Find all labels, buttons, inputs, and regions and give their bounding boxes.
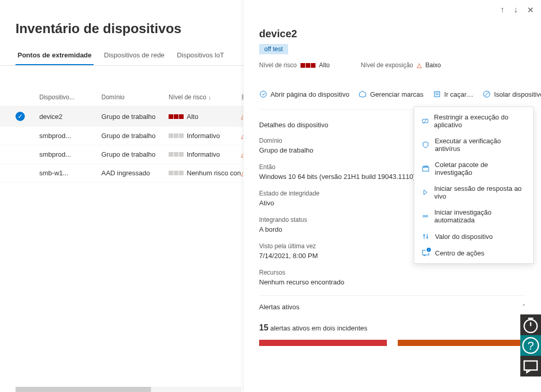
open-device-page-button[interactable]: Abrir página do dispositivo — [259, 90, 349, 98]
menu-auto-investigation[interactable]: Iniciar investigação automatizada — [414, 204, 533, 228]
alerts-summary: 15 alertas ativos em dois incidentes — [259, 323, 525, 333]
risk-level-block: Nível de risco Alto — [259, 62, 329, 69]
go-hunt-button[interactable]: Ir caçar… — [433, 90, 473, 98]
svg-point-12 — [423, 215, 425, 217]
menu-run-av-scan[interactable]: Executar a verificação antivírus — [414, 133, 533, 157]
isolate-icon — [483, 90, 491, 98]
isolate-device-button[interactable]: Isolar dispositivo — [483, 90, 541, 98]
menu-restrict-app[interactable]: Restringir a execução do aplicativo — [414, 109, 533, 133]
cell-domain: Grupo de trabalho — [101, 132, 169, 140]
hunt-icon — [433, 90, 441, 98]
chevron-up-icon: ˄ — [522, 304, 525, 310]
svg-rect-10 — [423, 167, 429, 171]
horizontal-scrollbar[interactable] — [16, 387, 241, 392]
manage-tags-button[interactable]: Gerenciar marcas — [358, 90, 423, 98]
svg-line-7 — [485, 92, 489, 96]
menu-device-value[interactable]: Valor do dispositivo — [414, 228, 533, 245]
menu-action-center[interactable]: ! Centro de ações — [414, 245, 533, 261]
menu-collect-package[interactable]: Coletar pacote de investigação — [414, 157, 533, 180]
svg-rect-21 — [524, 361, 537, 370]
collect-icon — [422, 164, 430, 173]
cell-domain: Grupo de trabalho — [101, 150, 169, 158]
dock-feedback-button[interactable] — [520, 356, 541, 376]
col-device[interactable]: Dispositivo... — [39, 94, 101, 101]
notification-badge-icon: ! — [426, 247, 432, 253]
play-icon — [422, 188, 429, 197]
cell-device: smb-w1... — [39, 169, 101, 177]
col-domain[interactable]: Domínio — [101, 94, 169, 101]
exposure-level-block: Nível de exposição △ Baixo — [360, 62, 441, 69]
cell-risk: Nenhum risco conhecido — [169, 169, 241, 177]
panel-prev-icon[interactable]: ↑ — [500, 5, 504, 15]
open-icon — [259, 90, 267, 98]
device-actions-menu: Restringir a execução do aplicativo Exec… — [414, 107, 534, 264]
dock-timer-button[interactable] — [520, 314, 541, 335]
cell-device: device2 — [39, 113, 101, 120]
svg-rect-3 — [434, 92, 440, 97]
tab-endpoints[interactable]: Pontos de extremidade — [16, 47, 94, 65]
active-alerts-header[interactable]: Alertas ativos ˄ — [259, 295, 525, 318]
panel-close-icon[interactable]: ✕ — [527, 5, 534, 15]
device-title: device2 — [259, 28, 525, 40]
help-dock: ? — [520, 314, 541, 376]
shield-icon — [422, 141, 430, 149]
cell-device: smbprod... — [39, 150, 101, 158]
detail-resources: Recursos Nenhum recurso encontrado — [259, 269, 525, 286]
value-icon — [422, 232, 430, 240]
cell-risk: Informativo — [169, 132, 241, 140]
svg-point-2 — [260, 91, 266, 97]
action-bar: Abrir página do dispositivo Gerenciar ma… — [259, 81, 525, 110]
automation-icon — [422, 212, 429, 220]
device-detail-panel: ↑ ↓ ✕ device2 off test Nível de risco Al… — [243, 0, 541, 392]
tab-network-devices[interactable]: Dispositivos de rede — [102, 47, 167, 65]
svg-rect-11 — [424, 166, 428, 167]
cell-device: smbprod... — [39, 132, 101, 140]
cell-domain: AAD ingressado — [101, 169, 169, 177]
cell-risk: Alto — [169, 113, 241, 120]
col-risk[interactable]: Nível de risco↓ — [169, 94, 241, 101]
panel-nav: ↑ ↓ ✕ — [500, 5, 534, 15]
tag-icon — [358, 90, 367, 98]
tab-iot-devices[interactable]: Dispositivos loT — [175, 47, 226, 65]
panel-next-icon[interactable]: ↓ — [514, 5, 518, 15]
row-selected-icon[interactable]: ✓ — [16, 112, 25, 121]
cell-risk: Informativo — [169, 150, 241, 158]
svg-text:?: ? — [528, 339, 534, 352]
dock-help-button[interactable]: ? — [520, 335, 541, 356]
device-tag-chip[interactable]: off test — [259, 44, 288, 54]
svg-point-13 — [426, 215, 428, 217]
menu-live-response[interactable]: Iniciar sessão de resposta ao vivo — [414, 180, 533, 204]
restrict-icon — [422, 117, 429, 125]
cell-domain: Grupo de trabalho — [101, 113, 169, 120]
alerts-severity-bar — [259, 340, 525, 346]
